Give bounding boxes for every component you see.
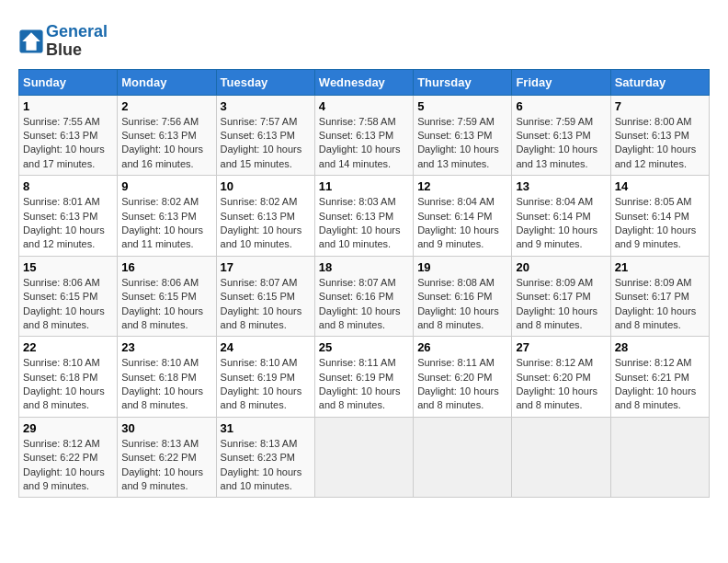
day-detail: Sunrise: 8:09 AMSunset: 6:17 PMDaylight:… xyxy=(615,277,697,330)
day-detail: Sunrise: 8:12 AMSunset: 6:20 PMDaylight:… xyxy=(516,357,597,410)
calendar-cell: 3 Sunrise: 7:57 AMSunset: 6:13 PMDayligh… xyxy=(216,95,314,176)
day-number: 7 xyxy=(615,99,705,113)
logo-text: GeneralBlue xyxy=(46,23,108,60)
logo-icon xyxy=(18,29,44,54)
day-detail: Sunrise: 7:58 AMSunset: 6:13 PMDaylight:… xyxy=(319,116,401,169)
day-number: 16 xyxy=(121,260,211,274)
calendar-cell: 8 Sunrise: 8:01 AMSunset: 6:13 PMDayligh… xyxy=(19,176,118,257)
day-detail: Sunrise: 8:10 AMSunset: 6:18 PMDaylight:… xyxy=(121,357,203,410)
calendar-cell xyxy=(610,417,709,498)
day-detail: Sunrise: 8:13 AMSunset: 6:22 PMDaylight:… xyxy=(121,438,203,491)
calendar-cell: 29 Sunrise: 8:12 AMSunset: 6:22 PMDaylig… xyxy=(19,417,118,498)
day-detail: Sunrise: 7:55 AMSunset: 6:13 PMDaylight:… xyxy=(23,116,105,169)
day-number: 28 xyxy=(615,340,705,354)
day-detail: Sunrise: 8:06 AMSunset: 6:15 PMDaylight:… xyxy=(121,277,203,330)
day-number: 18 xyxy=(319,260,409,274)
calendar-cell: 30 Sunrise: 8:13 AMSunset: 6:22 PMDaylig… xyxy=(118,417,216,498)
calendar-cell xyxy=(414,417,512,498)
calendar-cell: 20 Sunrise: 8:09 AMSunset: 6:17 PMDaylig… xyxy=(512,256,610,337)
calendar-cell: 9 Sunrise: 8:02 AMSunset: 6:13 PMDayligh… xyxy=(118,176,216,257)
day-number: 1 xyxy=(23,99,113,113)
day-number: 23 xyxy=(121,340,211,354)
calendar-cell: 23 Sunrise: 8:10 AMSunset: 6:18 PMDaylig… xyxy=(118,337,216,418)
day-detail: Sunrise: 8:11 AMSunset: 6:19 PMDaylight:… xyxy=(319,357,401,410)
day-number: 30 xyxy=(121,421,211,435)
day-detail: Sunrise: 8:12 AMSunset: 6:21 PMDaylight:… xyxy=(615,357,697,410)
day-number: 8 xyxy=(23,179,113,193)
calendar-cell: 19 Sunrise: 8:08 AMSunset: 6:16 PMDaylig… xyxy=(414,256,512,337)
day-detail: Sunrise: 8:10 AMSunset: 6:19 PMDaylight:… xyxy=(221,357,302,410)
day-detail: Sunrise: 8:04 AMSunset: 6:14 PMDaylight:… xyxy=(417,196,499,249)
day-number: 9 xyxy=(121,179,211,193)
calendar-cell: 5 Sunrise: 7:59 AMSunset: 6:13 PMDayligh… xyxy=(414,95,512,176)
column-header-sunday: Sunday xyxy=(19,69,118,95)
day-detail: Sunrise: 8:07 AMSunset: 6:16 PMDaylight:… xyxy=(319,277,401,330)
day-detail: Sunrise: 7:59 AMSunset: 6:13 PMDaylight:… xyxy=(417,116,499,169)
calendar-cell: 13 Sunrise: 8:04 AMSunset: 6:14 PMDaylig… xyxy=(512,176,610,257)
calendar-cell: 24 Sunrise: 8:10 AMSunset: 6:19 PMDaylig… xyxy=(216,337,314,418)
calendar-cell: 26 Sunrise: 8:11 AMSunset: 6:20 PMDaylig… xyxy=(414,337,512,418)
day-detail: Sunrise: 7:56 AMSunset: 6:13 PMDaylight:… xyxy=(121,116,203,169)
calendar-cell: 22 Sunrise: 8:10 AMSunset: 6:18 PMDaylig… xyxy=(19,337,118,418)
calendar-cell: 4 Sunrise: 7:58 AMSunset: 6:13 PMDayligh… xyxy=(314,95,413,176)
day-number: 5 xyxy=(417,99,507,113)
calendar-cell: 15 Sunrise: 8:06 AMSunset: 6:15 PMDaylig… xyxy=(19,256,118,337)
calendar-table: SundayMondayTuesdayWednesdayThursdayFrid… xyxy=(18,69,710,499)
calendar-week-row: 15 Sunrise: 8:06 AMSunset: 6:15 PMDaylig… xyxy=(19,256,710,337)
day-detail: Sunrise: 8:13 AMSunset: 6:23 PMDaylight:… xyxy=(221,438,302,491)
day-number: 10 xyxy=(221,179,311,193)
calendar-week-row: 29 Sunrise: 8:12 AMSunset: 6:22 PMDaylig… xyxy=(19,417,710,498)
day-number: 20 xyxy=(516,260,606,274)
day-number: 11 xyxy=(319,179,409,193)
page-header: GeneralBlue xyxy=(18,18,710,60)
calendar-cell: 28 Sunrise: 8:12 AMSunset: 6:21 PMDaylig… xyxy=(610,337,709,418)
day-number: 2 xyxy=(121,99,211,113)
calendar-body: 1 Sunrise: 7:55 AMSunset: 6:13 PMDayligh… xyxy=(19,95,710,498)
day-number: 4 xyxy=(319,99,409,113)
calendar-cell: 2 Sunrise: 7:56 AMSunset: 6:13 PMDayligh… xyxy=(118,95,216,176)
day-detail: Sunrise: 8:08 AMSunset: 6:16 PMDaylight:… xyxy=(417,277,499,330)
calendar-week-row: 22 Sunrise: 8:10 AMSunset: 6:18 PMDaylig… xyxy=(19,337,710,418)
day-detail: Sunrise: 8:03 AMSunset: 6:13 PMDaylight:… xyxy=(319,196,401,249)
day-number: 26 xyxy=(417,340,507,354)
calendar-cell: 18 Sunrise: 8:07 AMSunset: 6:16 PMDaylig… xyxy=(314,256,413,337)
day-number: 12 xyxy=(417,179,507,193)
calendar-week-row: 1 Sunrise: 7:55 AMSunset: 6:13 PMDayligh… xyxy=(19,95,710,176)
column-header-tuesday: Tuesday xyxy=(216,69,314,95)
day-number: 24 xyxy=(221,340,311,354)
day-number: 14 xyxy=(615,179,705,193)
calendar-cell: 7 Sunrise: 8:00 AMSunset: 6:13 PMDayligh… xyxy=(610,95,709,176)
day-detail: Sunrise: 7:57 AMSunset: 6:13 PMDaylight:… xyxy=(221,116,302,169)
day-number: 17 xyxy=(221,260,311,274)
calendar-cell: 31 Sunrise: 8:13 AMSunset: 6:23 PMDaylig… xyxy=(216,417,314,498)
calendar-cell: 11 Sunrise: 8:03 AMSunset: 6:13 PMDaylig… xyxy=(314,176,413,257)
day-detail: Sunrise: 8:12 AMSunset: 6:22 PMDaylight:… xyxy=(23,438,105,491)
day-number: 13 xyxy=(516,179,606,193)
calendar-header-row: SundayMondayTuesdayWednesdayThursdayFrid… xyxy=(19,69,710,95)
calendar-cell: 12 Sunrise: 8:04 AMSunset: 6:14 PMDaylig… xyxy=(414,176,512,257)
day-number: 21 xyxy=(615,260,705,274)
column-header-monday: Monday xyxy=(118,69,216,95)
day-detail: Sunrise: 8:02 AMSunset: 6:13 PMDaylight:… xyxy=(221,196,302,249)
day-detail: Sunrise: 8:01 AMSunset: 6:13 PMDaylight:… xyxy=(23,196,105,249)
day-detail: Sunrise: 8:07 AMSunset: 6:15 PMDaylight:… xyxy=(221,277,302,330)
day-detail: Sunrise: 8:09 AMSunset: 6:17 PMDaylight:… xyxy=(516,277,597,330)
calendar-cell: 21 Sunrise: 8:09 AMSunset: 6:17 PMDaylig… xyxy=(610,256,709,337)
day-number: 27 xyxy=(516,340,606,354)
calendar-cell: 27 Sunrise: 8:12 AMSunset: 6:20 PMDaylig… xyxy=(512,337,610,418)
day-detail: Sunrise: 8:06 AMSunset: 6:15 PMDaylight:… xyxy=(23,277,105,330)
calendar-cell: 16 Sunrise: 8:06 AMSunset: 6:15 PMDaylig… xyxy=(118,256,216,337)
day-detail: Sunrise: 8:04 AMSunset: 6:14 PMDaylight:… xyxy=(516,196,597,249)
logo: GeneralBlue xyxy=(18,23,108,60)
calendar-cell: 1 Sunrise: 7:55 AMSunset: 6:13 PMDayligh… xyxy=(19,95,118,176)
day-number: 29 xyxy=(23,421,113,435)
calendar-cell: 14 Sunrise: 8:05 AMSunset: 6:14 PMDaylig… xyxy=(610,176,709,257)
day-number: 31 xyxy=(221,421,311,435)
column-header-wednesday: Wednesday xyxy=(314,69,413,95)
column-header-friday: Friday xyxy=(512,69,610,95)
calendar-cell: 6 Sunrise: 7:59 AMSunset: 6:13 PMDayligh… xyxy=(512,95,610,176)
calendar-cell: 25 Sunrise: 8:11 AMSunset: 6:19 PMDaylig… xyxy=(314,337,413,418)
day-detail: Sunrise: 7:59 AMSunset: 6:13 PMDaylight:… xyxy=(516,116,597,169)
day-number: 22 xyxy=(23,340,113,354)
column-header-saturday: Saturday xyxy=(610,69,709,95)
